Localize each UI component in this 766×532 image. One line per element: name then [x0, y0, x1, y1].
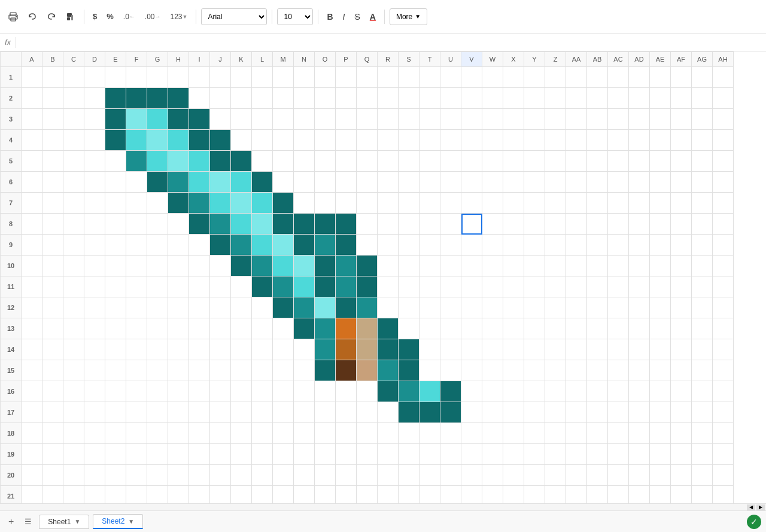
cell-AA7[interactable] — [566, 193, 587, 214]
cell-AC11[interactable] — [608, 276, 629, 297]
cell-X4[interactable] — [503, 130, 524, 151]
cell-A2[interactable] — [22, 88, 42, 109]
cell-J1[interactable] — [210, 67, 231, 88]
cell-AG20[interactable] — [692, 465, 713, 486]
cell-R8[interactable] — [378, 214, 399, 235]
cell-Q11[interactable] — [357, 276, 378, 297]
cell-P14[interactable] — [336, 339, 357, 360]
cell-AF2[interactable] — [671, 88, 692, 109]
cell-C6[interactable] — [63, 172, 84, 193]
cell-AH12[interactable] — [713, 297, 734, 318]
cell-X20[interactable] — [503, 465, 524, 486]
cell-AC19[interactable] — [608, 444, 629, 465]
cell-O2[interactable] — [315, 88, 336, 109]
cell-L4[interactable] — [252, 130, 273, 151]
cell-N6[interactable] — [294, 172, 315, 193]
cell-S21[interactable] — [399, 486, 420, 504]
cell-Q17[interactable] — [357, 402, 378, 423]
cell-M20[interactable] — [273, 465, 294, 486]
cell-AA13[interactable] — [566, 318, 587, 339]
cell-J5[interactable] — [210, 151, 231, 172]
font-color-button[interactable]: A — [366, 10, 379, 24]
cell-AH3[interactable] — [713, 109, 734, 130]
cell-S2[interactable] — [399, 88, 420, 109]
cell-R9[interactable] — [378, 235, 399, 256]
cell-V17[interactable] — [461, 402, 482, 423]
cell-AC15[interactable] — [608, 360, 629, 381]
cell-T17[interactable] — [420, 402, 440, 423]
cell-W17[interactable] — [482, 402, 503, 423]
cell-AE19[interactable] — [650, 444, 671, 465]
cell-B3[interactable] — [42, 109, 63, 130]
cell-P9[interactable] — [336, 235, 357, 256]
cell-AC9[interactable] — [608, 235, 629, 256]
cell-M16[interactable] — [273, 381, 294, 402]
cell-AH16[interactable] — [713, 381, 734, 402]
cell-G14[interactable] — [147, 339, 168, 360]
col-header-W[interactable]: W — [482, 52, 503, 67]
cell-V5[interactable] — [461, 151, 482, 172]
cell-L11[interactable] — [252, 276, 273, 297]
cell-AC4[interactable] — [608, 130, 629, 151]
cell-S9[interactable] — [399, 235, 420, 256]
cell-I17[interactable] — [189, 402, 210, 423]
cell-B4[interactable] — [42, 130, 63, 151]
cell-U9[interactable] — [440, 235, 461, 256]
cell-Z12[interactable] — [545, 297, 566, 318]
cell-T13[interactable] — [420, 318, 440, 339]
cell-W7[interactable] — [482, 193, 503, 214]
cell-AA10[interactable] — [566, 256, 587, 276]
cell-Q2[interactable] — [357, 88, 378, 109]
cell-G18[interactable] — [147, 423, 168, 444]
cell-V2[interactable] — [461, 88, 482, 109]
cell-I13[interactable] — [189, 318, 210, 339]
cell-T4[interactable] — [420, 130, 440, 151]
cell-AA3[interactable] — [566, 109, 587, 130]
cell-Z2[interactable] — [545, 88, 566, 109]
cell-AF18[interactable] — [671, 423, 692, 444]
cell-L12[interactable] — [252, 297, 273, 318]
cell-AF10[interactable] — [671, 256, 692, 276]
cell-D7[interactable] — [84, 193, 105, 214]
cell-V8[interactable] — [461, 214, 482, 235]
cell-P15[interactable] — [336, 360, 357, 381]
sheet-tab-sheet2[interactable]: Sheet2 ▼ — [93, 514, 143, 529]
cell-D14[interactable] — [84, 339, 105, 360]
cell-G1[interactable] — [147, 67, 168, 88]
cell-AB3[interactable] — [587, 109, 608, 130]
col-header-F[interactable]: F — [126, 52, 147, 67]
cell-R6[interactable] — [378, 172, 399, 193]
cell-G12[interactable] — [147, 297, 168, 318]
scroll-right-btn[interactable]: ▶ — [756, 504, 765, 510]
cell-Z6[interactable] — [545, 172, 566, 193]
cell-F14[interactable] — [126, 339, 147, 360]
cell-A17[interactable] — [22, 402, 42, 423]
cell-H6[interactable] — [168, 172, 189, 193]
cell-P12[interactable] — [336, 297, 357, 318]
cell-W21[interactable] — [482, 486, 503, 504]
cell-AG1[interactable] — [692, 67, 713, 88]
cell-AF13[interactable] — [671, 318, 692, 339]
cell-X6[interactable] — [503, 172, 524, 193]
cell-U18[interactable] — [440, 423, 461, 444]
cell-M11[interactable] — [273, 276, 294, 297]
cell-N16[interactable] — [294, 381, 315, 402]
cell-K16[interactable] — [231, 381, 252, 402]
col-header-AC[interactable]: AC — [608, 52, 629, 67]
cell-AC2[interactable] — [608, 88, 629, 109]
cell-Y16[interactable] — [524, 381, 545, 402]
cell-G20[interactable] — [147, 465, 168, 486]
cell-W19[interactable] — [482, 444, 503, 465]
cell-E16[interactable] — [105, 381, 126, 402]
cell-W5[interactable] — [482, 151, 503, 172]
cell-H9[interactable] — [168, 235, 189, 256]
cell-A1[interactable] — [22, 67, 42, 88]
cell-N2[interactable] — [294, 88, 315, 109]
cell-O4[interactable] — [315, 130, 336, 151]
decimal-dec-button[interactable]: .0 ← — [120, 10, 139, 23]
cell-G8[interactable] — [147, 214, 168, 235]
decimal-inc-button[interactable]: .00 → — [141, 10, 165, 23]
cell-R18[interactable] — [378, 423, 399, 444]
cell-P5[interactable] — [336, 151, 357, 172]
scroll-left-btn[interactable]: ◀ — [747, 504, 755, 510]
